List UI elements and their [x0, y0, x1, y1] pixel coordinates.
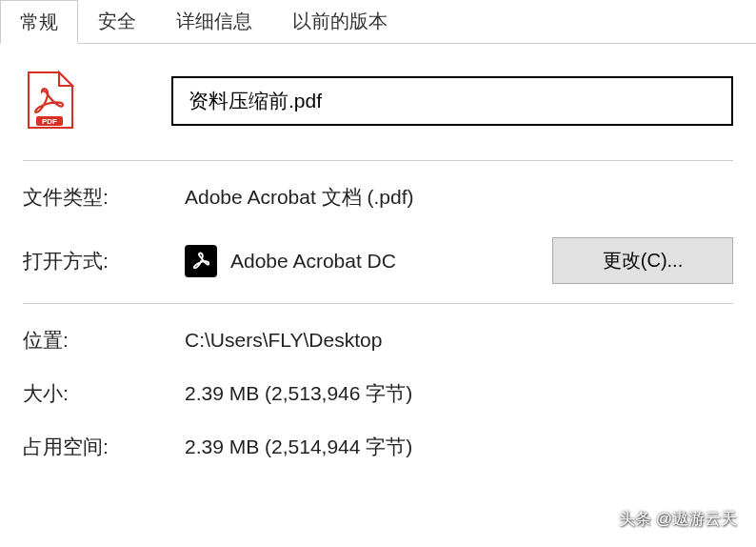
filename-input[interactable] [171, 76, 733, 126]
file-type-value: Adobe Acrobat 文档 (.pdf) [185, 184, 733, 211]
properties-panel: PDF 文件类型: Adobe Acrobat 文档 (.pdf) 打开方式: … [0, 44, 756, 460]
disk-size-label: 占用空间: [23, 434, 185, 460]
tab-previous-versions[interactable]: 以前的版本 [272, 0, 408, 43]
size-row: 大小: 2.39 MB (2,513,946 字节) [23, 380, 733, 407]
open-with-value: Adobe Acrobat DC [230, 250, 396, 273]
disk-size-value: 2.39 MB (2,514,944 字节) [185, 434, 733, 460]
watermark-text: 头条 @遨游云天 [619, 508, 737, 530]
disk-size-row: 占用空间: 2.39 MB (2,514,944 字节) [23, 434, 733, 460]
location-value: C:\Users\FLY\Desktop [185, 329, 733, 352]
svg-text:PDF: PDF [42, 117, 57, 126]
open-with-label: 打开方式: [23, 248, 185, 274]
file-type-row: 文件类型: Adobe Acrobat 文档 (.pdf) [23, 184, 733, 211]
location-row: 位置: C:\Users\FLY\Desktop [23, 327, 733, 354]
tabs-bar: 常规 安全 详细信息 以前的版本 [0, 0, 756, 44]
size-label: 大小: [23, 380, 185, 407]
divider [23, 160, 733, 161]
file-type-label: 文件类型: [23, 184, 185, 211]
tab-security[interactable]: 安全 [78, 0, 156, 43]
location-label: 位置: [23, 327, 185, 354]
divider [23, 303, 733, 304]
tab-details[interactable]: 详细信息 [156, 0, 272, 43]
filename-row: PDF [23, 71, 733, 132]
tab-general[interactable]: 常规 [0, 0, 78, 44]
size-value: 2.39 MB (2,513,946 字节) [185, 380, 733, 407]
acrobat-icon [185, 245, 217, 277]
pdf-file-icon: PDF [23, 71, 76, 132]
open-with-row: 打开方式: Adobe Acrobat DC 更改(C)... [23, 237, 733, 284]
change-button[interactable]: 更改(C)... [552, 237, 733, 284]
